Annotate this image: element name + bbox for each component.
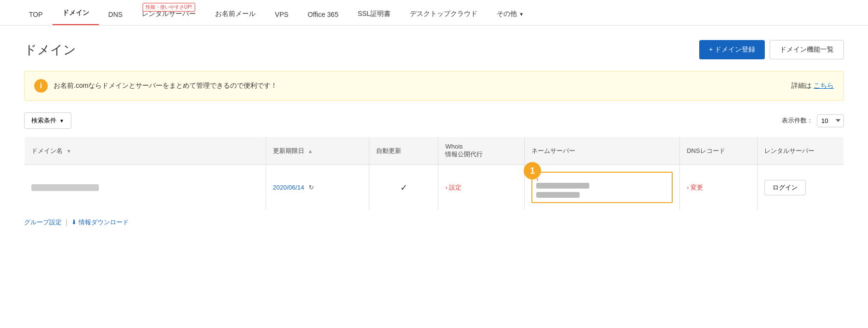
th-nameserver: ネームサーバー (525, 137, 680, 165)
td-auto-renewal: ✓ (369, 165, 438, 210)
nav-label-desktop: デスクトップクラウド (410, 10, 477, 17)
download-label: 情報ダウンロード (79, 219, 129, 226)
toolbar: 検索条件 ▼ 表示件数： 10 20 50 100 (24, 112, 844, 129)
nameserver-blurred-2 (536, 192, 580, 198)
nav-label-vps: VPS (275, 11, 288, 18)
nav-label-other: その他 (497, 10, 517, 18)
feature-list-button[interactable]: ドメイン機能一覧 (770, 40, 844, 59)
th-whois: Whois 情報公開代行 (438, 137, 525, 165)
info-icon: i (34, 79, 48, 93)
nameserver-link[interactable]: › (536, 176, 668, 183)
nav-item-other[interactable]: その他 ▼ (487, 1, 533, 25)
th-dns-record: DNSレコード (680, 137, 758, 165)
td-domain-name (25, 165, 266, 210)
domain-table: ドメイン名 ▼ 更新期限日 ▲ 自動更新 Whois 情報公開代行 ネームサーバ… (24, 137, 844, 210)
nav-item-office365[interactable]: Office 365 (298, 2, 348, 25)
nav-item-desktop[interactable]: デスクトップクラウド (400, 1, 487, 25)
info-message: お名前.comならドメインとサーバーをまとめて管理できるので便利です！ (54, 82, 277, 90)
th-renewal-label: 更新期限日 (273, 147, 304, 154)
domain-name-blurred (31, 184, 99, 191)
th-domain-label: ドメイン名 (31, 147, 63, 154)
auto-renewal-check: ✓ (400, 183, 407, 192)
add-domain-button[interactable]: + ドメイン登録 (699, 40, 765, 59)
badge-number: 1 (530, 166, 535, 176)
th-whois-label: Whois 情報公開代行 (445, 143, 483, 158)
nav-label-top: TOP (29, 11, 43, 18)
nav-label-mail: お名前メール (215, 10, 256, 17)
th-nameserver-label: ネームサーバー (531, 147, 575, 154)
td-renewal-date: 2020/06/14 ↻ (266, 165, 369, 210)
nameserver-highlight-box: 1 › (531, 172, 673, 203)
display-count-select[interactable]: 10 20 50 100 (817, 114, 844, 127)
page-title: ドメイン (24, 41, 76, 58)
th-dns-label: DNSレコード (687, 147, 725, 154)
info-banner: i お名前.comならドメインとサーバーをまとめて管理できるので便利です！ 詳細… (24, 71, 844, 101)
dns-arrow: › (687, 184, 691, 191)
nav-item-top[interactable]: TOP (19, 2, 53, 25)
info-banner-right: 詳細は こちら (791, 82, 834, 90)
footer-links: グループ設定 | ⬇情報ダウンロード (24, 218, 844, 227)
th-renewal-date: 更新期限日 ▲ (266, 137, 369, 165)
table-header-row: ドメイン名 ▼ 更新期限日 ▲ 自動更新 Whois 情報公開代行 ネームサーバ… (25, 137, 844, 165)
nav-label-domain: ドメイン (62, 9, 89, 16)
display-count-label: 表示件数： (782, 116, 813, 125)
nav-label-ssl: SSL証明書 (358, 10, 391, 17)
nameserver-blurred-1 (536, 183, 589, 189)
display-count-area: 表示件数： 10 20 50 100 (782, 114, 844, 127)
td-nameserver: 1 › (525, 165, 680, 210)
nameserver-badge: 1 (524, 162, 541, 179)
main-nav: TOP ドメイン DNS 性能・使いやすさUP! レンタルサーバー お名前メール… (0, 0, 868, 26)
download-icon: ⬇ (71, 219, 77, 226)
search-condition-label: 検索条件 (31, 116, 56, 125)
download-link[interactable]: ⬇情報ダウンロード (71, 218, 129, 227)
sort-icon-renewal[interactable]: ▲ (308, 149, 312, 154)
nav-item-domain[interactable]: ドメイン (53, 0, 99, 25)
info-link[interactable]: こちら (814, 82, 834, 89)
th-domain-name: ドメイン名 ▼ (25, 137, 266, 165)
nameserver-blur-line2 (536, 192, 668, 199)
group-settings-link[interactable]: グループ設定 (24, 218, 62, 227)
search-condition-button[interactable]: 検索条件 ▼ (24, 112, 71, 129)
sort-icon-domain[interactable]: ▼ (67, 149, 71, 154)
whois-label: 設定 (449, 184, 461, 191)
dns-label: 変更 (691, 184, 703, 191)
th-auto-label: 自動更新 (376, 147, 401, 154)
nav-item-dns[interactable]: DNS (99, 2, 133, 25)
main-content: ドメイン + ドメイン登録 ドメイン機能一覧 i お名前.comならドメインとサ… (0, 26, 868, 241)
rental-badge: 性能・使いやすさUP! (143, 3, 195, 12)
login-button[interactable]: ログイン (764, 180, 806, 195)
renewal-date-value: 2020/06/14 (273, 184, 304, 191)
nav-item-ssl[interactable]: SSL証明書 (348, 1, 400, 25)
nameserver-blur-line1 (536, 183, 668, 192)
td-dns-record: › 変更 (680, 165, 758, 210)
nav-item-vps[interactable]: VPS (265, 2, 298, 25)
nav-label-office365: Office 365 (308, 11, 339, 18)
chevron-down-icon: ▼ (59, 118, 64, 123)
th-rental-server: レンタルサーバー (758, 137, 844, 165)
info-banner-left: i お名前.comならドメインとサーバーをまとめて管理できるので便利です！ (34, 79, 277, 93)
table-row: 2020/06/14 ↻ ✓ › 設定 1 (25, 165, 844, 210)
nav-item-mail[interactable]: お名前メール (205, 1, 265, 25)
th-auto-renewal: 自動更新 (369, 137, 438, 165)
dns-record-link[interactable]: › 変更 (687, 184, 703, 191)
refresh-icon[interactable]: ↻ (309, 184, 314, 191)
chevron-down-icon: ▼ (519, 12, 524, 17)
td-whois: › 設定 (438, 165, 525, 210)
nav-item-rental[interactable]: 性能・使いやすさUP! レンタルサーバー (132, 1, 205, 25)
td-rental-server: ログイン (758, 165, 844, 210)
header-buttons: + ドメイン登録 ドメイン機能一覧 (699, 40, 844, 59)
whois-link[interactable]: › 設定 (445, 184, 461, 191)
footer-separator: | (66, 219, 68, 226)
th-rental-label: レンタルサーバー (764, 147, 814, 154)
info-link-prefix: 詳細は (791, 82, 812, 89)
nav-label-dns: DNS (108, 11, 123, 18)
page-header: ドメイン + ドメイン登録 ドメイン機能一覧 (24, 40, 844, 59)
